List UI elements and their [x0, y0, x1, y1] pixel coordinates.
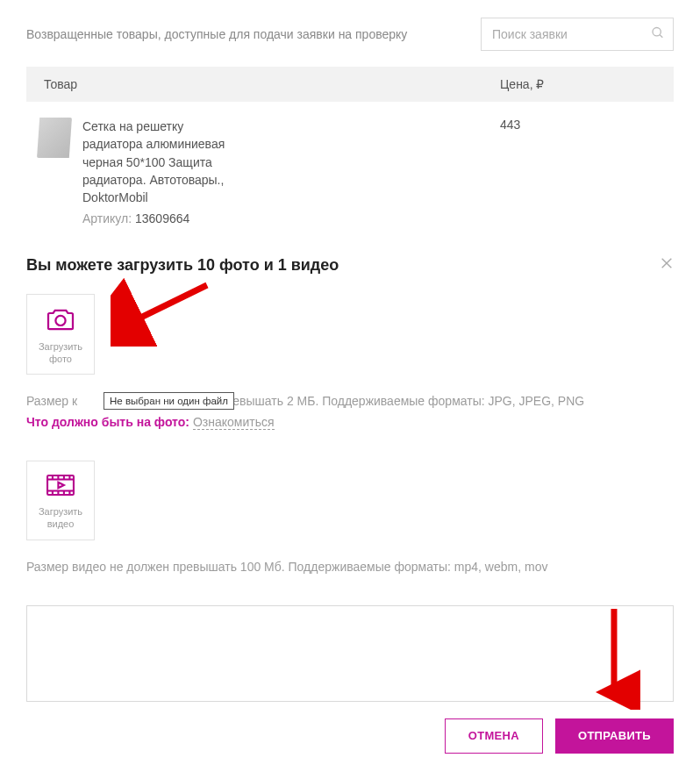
search-input[interactable]	[481, 18, 674, 51]
col-price-header: Цена, ₽	[500, 77, 544, 91]
article-label: Артикул:	[82, 211, 132, 225]
close-icon[interactable]	[660, 256, 674, 275]
photo-requirements: Что должно быть на фото: Ознакомиться	[26, 415, 674, 429]
product-name: Сетка на решетку радиатора алюминиевая ч…	[82, 118, 232, 206]
annotation-arrow-icon	[111, 276, 216, 347]
video-upload-section: Загрузить видео Размер видео не должен п…	[26, 461, 674, 574]
search-icon	[651, 26, 665, 43]
upload-video-label: Загрузить видео	[27, 506, 94, 531]
svg-line-1	[660, 35, 662, 38]
product-thumbnail	[37, 118, 72, 158]
col-product-header: Товар	[44, 77, 500, 91]
submit-button[interactable]: ОТПРАВИТЬ	[555, 718, 674, 754]
camera-icon	[27, 307, 94, 334]
search-container	[481, 18, 674, 51]
svg-line-6	[126, 285, 207, 325]
video-size-note: Размер видео не должен превышать 100 Мб.…	[26, 560, 674, 574]
svg-point-0	[653, 28, 661, 36]
svg-marker-18	[58, 482, 64, 489]
annotation-arrow-icon	[588, 604, 640, 710]
upload-video-button[interactable]: Загрузить видео	[26, 461, 95, 540]
table-header: Товар Цена, ₽	[26, 67, 674, 102]
photo-req-link[interactable]: Ознакомиться	[193, 415, 275, 430]
upload-photo-button[interactable]: Загрузить фото	[26, 294, 95, 375]
product-price: 443	[500, 118, 520, 132]
returned-goods-caption: Возвращенные товары, доступные для подач…	[26, 27, 407, 41]
video-icon	[27, 474, 94, 499]
file-tooltip: Не выбран ни один файл	[104, 392, 234, 410]
comment-textarea[interactable]	[26, 605, 674, 702]
article-value: 13609664	[135, 211, 189, 225]
cancel-button[interactable]: ОТМЕНА	[445, 718, 543, 754]
table-row: Сетка на решетку радиатора алюминиевая ч…	[26, 102, 674, 237]
photo-upload-section: Загрузить фото Не выбран ни один файл Ра…	[26, 294, 674, 430]
product-info: Сетка на решетку радиатора алюминиевая ч…	[82, 118, 495, 228]
photo-req-label: Что должно быть на фото:	[26, 415, 189, 429]
svg-point-4	[55, 316, 65, 325]
upload-heading: Вы можете загрузить 10 фото и 1 видео	[26, 256, 339, 275]
upload-photo-label: Загрузить фото	[27, 341, 94, 366]
